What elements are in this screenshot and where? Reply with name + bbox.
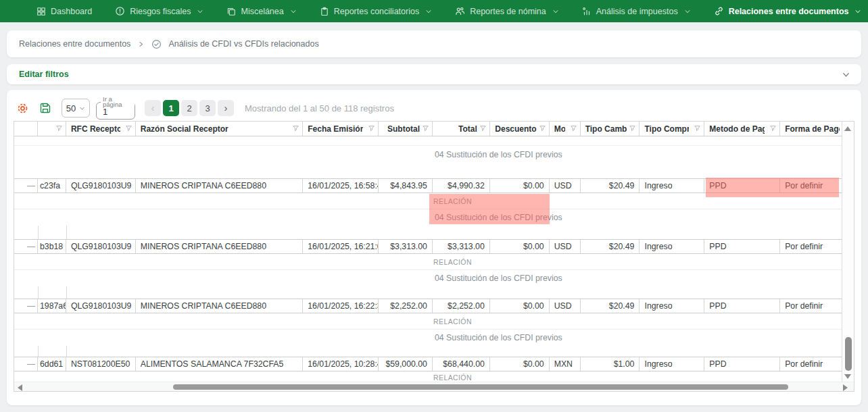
people-icon [455,6,465,16]
relation-value-row: 04 Sustitución de los CFDI previos [14,330,843,346]
table-row[interactable]: —b3b18QLG9180103U9MINEROS CRIPTANA C6EED… [14,239,843,254]
collapse-row-icon[interactable]: — [14,240,38,253]
clipboard-icon [320,7,329,16]
breadcrumb-card: Relaciones entre documentos Análisis de … [7,30,861,57]
nav-item-label: Análisis de impuestos [596,7,678,16]
column-label: Fecha Emisión [308,124,363,134]
page-size-select[interactable]: 50 [62,99,90,118]
chevron-down-icon [551,8,559,15]
relation-header-row: RELACIÓN [14,254,843,270]
cell-subtotal: $59,000.00 [379,357,433,371]
column-header-total[interactable]: Total [433,122,490,136]
cell-moneda: USD [550,299,581,313]
filter-funnel-icon[interactable] [571,126,577,132]
group-spacer [14,163,843,178]
column-header-moneda[interactable]: Moneda [550,122,581,136]
column-header-subtotal[interactable]: Subtotal [379,122,433,136]
scroll-down-icon[interactable] [844,374,851,379]
filter-funnel-icon[interactable] [126,126,132,132]
goto-page-input[interactable]: Ir a página 1 [96,97,135,120]
column-header-col1[interactable] [38,122,66,136]
prev-page-button[interactable]: ‹ [145,100,161,116]
save-table-icon[interactable] [39,102,51,114]
filter-funnel-icon[interactable] [293,126,299,132]
table-row[interactable]: —1987a6QLG9180103U9MINEROS CRIPTANA C6EE… [14,299,843,313]
column-header-raz-n-social-receptor[interactable]: Razón Social Receptor [136,122,304,136]
cell-razon: MINEROS CRIPTANA C6EED880 [136,240,304,253]
cell-moneda: USD [550,179,581,192]
page-button-1[interactable]: 1 [163,100,179,116]
column-header-metodo-de-pago[interactable]: Metodo de Pago [704,122,780,136]
nav-item-reportes-de-n-mina[interactable]: Reportes de nómina [455,6,559,16]
cell-metodo_pago: PPD [704,240,780,253]
cell-uuid: 6dd61 [38,357,66,371]
nav-item-relaciones-entre-documentos[interactable]: Relaciones entre documentos [714,6,862,16]
column-label: Forma de Pago [785,124,840,134]
column-header-rfc-receptor[interactable]: RFC Receptor [66,122,136,136]
relation-value: 04 Sustitución de los CFDI previos [14,150,562,159]
page-button-2[interactable]: 2 [181,100,197,116]
horizontal-scrollbar[interactable] [14,382,854,391]
scroll-up-icon[interactable] [844,126,851,131]
collapse-row-icon[interactable]: — [14,299,38,313]
filter-funnel-icon[interactable] [770,126,776,132]
horizontal-scroll-thumb[interactable] [173,384,788,390]
nav-item-label: Reportes de nómina [470,7,546,16]
cell-fecha: 16/01/2025, 16:22:34 [303,299,379,313]
group-spacer [14,226,843,239]
cell-descuento: $0.00 [490,357,550,371]
column-header-tipo-cambio[interactable]: Tipo Cambio [581,122,640,136]
nav-item-miscel-nea[interactable]: Miscelánea [226,7,296,16]
filter-funnel-icon[interactable] [629,126,635,132]
cell-forma_pago: Por definir [780,299,843,313]
nav-item-reportes-conciliatorios[interactable]: Reportes conciliatorios [320,7,432,16]
column-header-fecha-emisi-n[interactable]: Fecha Emisión [303,122,379,136]
column-header-descuento[interactable]: Descuento [490,122,550,136]
collapse-row-icon[interactable]: — [14,179,38,192]
cell-total: $4,990.32 [433,179,490,192]
link-icon [714,6,724,16]
data-table: RFC ReceptorRazón Social ReceptorFecha E… [14,121,854,392]
cell-uuid: 1987a6 [38,299,66,313]
nav-item-an-lisis-de-impuestos[interactable]: Análisis de impuestos [582,7,691,16]
cell-tipo_cambio: $20.49 [581,240,640,253]
page-button-3[interactable]: 3 [199,100,216,116]
cell-rfc: NST081200E50 [66,357,136,371]
settings-gear-icon[interactable] [16,102,29,115]
nav-item-dashboard[interactable]: Dashboard [37,7,92,16]
cell-total: $2,252.00 [433,299,490,313]
cell-forma_pago: Por definir [780,357,843,371]
vertical-scroll-thumb[interactable] [845,337,852,371]
collapse-row-icon[interactable]: — [14,357,38,371]
filters-card: Editar filtros [7,64,861,84]
edit-filters-button[interactable]: Editar filtros [19,70,69,79]
filter-funnel-icon[interactable] [480,126,486,132]
filter-funnel-icon[interactable] [56,126,62,132]
cell-tipo_comprobante: Ingreso [640,299,704,313]
filter-funnel-icon[interactable] [539,126,546,132]
column-header-col0[interactable] [14,122,38,136]
breadcrumb: Relaciones entre documentos Análisis de … [7,30,861,57]
nav-item-riesgos-fiscales[interactable]: Riesgos fiscales [115,6,203,16]
filter-funnel-icon[interactable] [368,126,375,132]
chevron-down-icon[interactable] [842,70,850,79]
column-header-tipo-comprobante[interactable]: Tipo Comprobante [640,122,704,136]
column-label: Total [458,124,477,134]
cell-forma_pago: Por definir [780,179,843,192]
scroll-left-icon[interactable] [18,384,22,391]
table-row[interactable]: —6dd61NST081200E50ALIMENTOS SALAMANCA 7F… [14,357,843,371]
chevron-down-icon [195,8,203,15]
next-page-button[interactable]: › [218,100,234,116]
filter-funnel-icon[interactable] [694,126,700,132]
chevron-down-icon [424,8,432,15]
column-header-forma-de-pago[interactable]: Forma de Pago [780,122,843,136]
vertical-scrollbar[interactable] [842,122,854,382]
page-size-value: 50 [66,103,76,113]
filter-funnel-icon[interactable] [423,126,429,132]
group-spacer [14,286,843,299]
cell-metodo_pago: PPD [704,179,780,192]
breadcrumb-parent-link[interactable]: Relaciones entre documentos [19,39,130,49]
table-row[interactable]: —c23faQLG9180103U9MINEROS CRIPTANA C6EED… [14,178,843,193]
chevron-down-icon [853,8,861,15]
scroll-right-icon[interactable] [843,384,848,391]
